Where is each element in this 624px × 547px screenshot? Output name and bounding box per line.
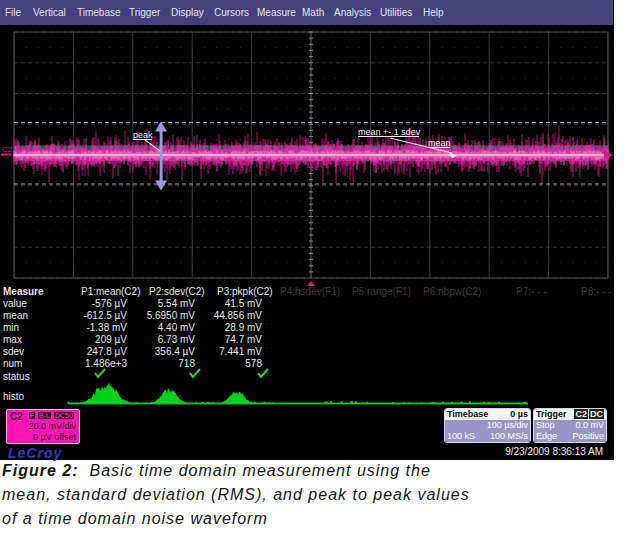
svg-text:C2: C2 [2,145,13,154]
svg-text:mean: mean [428,138,451,148]
svg-text:mean +- 1 sdev: mean +- 1 sdev [358,127,421,137]
svg-text:peak: peak [133,130,153,140]
